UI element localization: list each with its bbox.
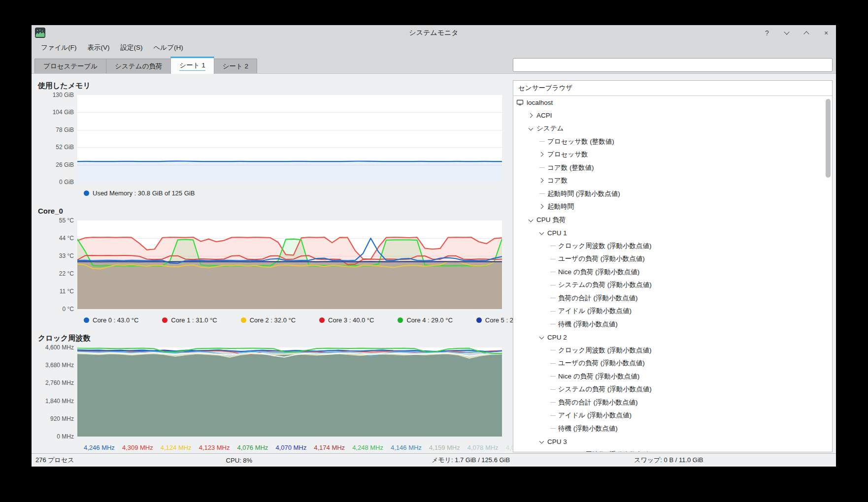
tab-bar: プロセステーブルシステムの負荷シート 1シート 2 bbox=[34, 57, 257, 73]
legend-item: 4,159 MHz bbox=[429, 444, 460, 451]
tree-item[interactable]: ACPI bbox=[514, 109, 824, 123]
panel-scrollbar[interactable] bbox=[826, 97, 831, 450]
tree-item[interactable]: アイドル (浮動小数点値) bbox=[514, 409, 824, 422]
chart-title: クロック周波数 bbox=[38, 334, 507, 343]
tree-item[interactable]: localhost bbox=[514, 96, 824, 109]
legend-dot-icon bbox=[319, 317, 325, 323]
clock-frequency-chart: クロック周波数 4,600 MHz3,680 MHz2,760 MHz1,840… bbox=[38, 334, 507, 452]
y-axis-tick: 0 MHz bbox=[57, 433, 74, 440]
legend-label: Core 2 : 32.0 °C bbox=[250, 316, 296, 324]
sensor-browser-column: センサーブラウザ localhostACPIシステムプロセッサ数 (整数値)プロ… bbox=[507, 74, 836, 453]
tree-item[interactable]: アイドル (浮動小数点値) bbox=[514, 305, 824, 318]
y-axis-tick: 26 GiB bbox=[56, 161, 74, 168]
tab-process-table[interactable]: プロセステーブル bbox=[34, 59, 106, 73]
tree-item[interactable]: プロセッサ数 (整数値) bbox=[514, 135, 824, 149]
maximize-button[interactable] bbox=[802, 29, 810, 37]
tree-item[interactable]: システムの負荷 (浮動小数点値) bbox=[514, 383, 824, 396]
tree-item-label: Nice の負荷 (浮動小数点値) bbox=[558, 372, 639, 381]
chevron-right-icon[interactable] bbox=[538, 177, 546, 185]
tree-branch-line bbox=[539, 193, 545, 194]
tree-item[interactable]: ユーザの負荷 (浮動小数点値) bbox=[514, 357, 824, 370]
y-axis-tick: 130 GiB bbox=[53, 92, 74, 98]
menu-item-help[interactable]: ヘルプ(H) bbox=[148, 41, 189, 54]
tree-item[interactable]: コア数 bbox=[514, 174, 824, 188]
chevron-down-icon[interactable] bbox=[538, 438, 546, 445]
chart-title: Core_0 bbox=[38, 207, 507, 216]
chevron-right-icon[interactable] bbox=[527, 112, 535, 120]
close-button[interactable]: × bbox=[822, 29, 830, 37]
tree-item[interactable]: Nice の負荷 (浮動小数点値) bbox=[514, 370, 824, 383]
chevron-down-icon[interactable] bbox=[538, 333, 546, 341]
tree-branch-line bbox=[550, 389, 556, 390]
tree-item[interactable]: CPU 1 bbox=[514, 226, 824, 240]
sensor-browser-header: センサーブラウザ bbox=[513, 81, 832, 96]
tree-item[interactable]: クロック周波数 (浮動小数点値) bbox=[514, 240, 824, 253]
screen: システムモニタ ?× ファイル(F)表示(V)設定(S)ヘルプ(H) プロセステ… bbox=[0, 0, 868, 502]
chevron-right-icon[interactable] bbox=[538, 203, 546, 211]
legend-dot-icon bbox=[241, 317, 246, 323]
tree-branch-line bbox=[550, 285, 556, 285]
legend-dot-icon bbox=[84, 190, 89, 196]
tree-branch-line bbox=[550, 246, 556, 246]
legend-dot-icon bbox=[84, 317, 89, 323]
tree-item-label: システム bbox=[536, 124, 564, 133]
tree-item-label: Nice の負荷 (浮動小数点値) bbox=[558, 268, 639, 277]
menu-item-settings[interactable]: 設定(S) bbox=[115, 41, 148, 54]
legend-item: 4,124 MHz bbox=[161, 444, 192, 451]
status-memory: メモリ: 1.7 GiB / 125.6 GiB bbox=[432, 456, 510, 465]
tree-item-label: クロック周波数 (浮動小数点値) bbox=[558, 450, 652, 452]
plot-area bbox=[77, 220, 502, 309]
minimize-button[interactable] bbox=[783, 29, 791, 37]
tree-item-label: CPU 負荷 bbox=[536, 216, 566, 224]
sensor-search-input[interactable] bbox=[513, 58, 833, 72]
y-axis-tick: 78 GiB bbox=[56, 126, 74, 133]
tree-item[interactable]: 負荷の合計 (浮動小数点値) bbox=[514, 396, 824, 409]
tree-item[interactable]: クロック周波数 (浮動小数点値) bbox=[514, 448, 824, 452]
y-axis-tick: 104 GiB bbox=[53, 109, 74, 116]
tree-item[interactable]: 待機 (浮動小数点値) bbox=[514, 422, 824, 436]
tab-system-load[interactable]: システムの負荷 bbox=[106, 59, 171, 73]
tree-item[interactable]: クロック周波数 (浮動小数点値) bbox=[514, 344, 824, 357]
tree-item[interactable]: CPU 3 bbox=[514, 435, 824, 448]
tree-item[interactable]: CPU 負荷 bbox=[514, 214, 824, 227]
scrollbar-thumb[interactable] bbox=[826, 99, 831, 178]
legend-label: Used Memory : 30.8 GiB of 125 GiB bbox=[93, 189, 195, 197]
title-bar: システムモニタ ?× bbox=[32, 25, 836, 40]
tree-item[interactable]: CPU 2 bbox=[514, 331, 824, 344]
tree-branch-line bbox=[550, 363, 556, 364]
content-area: 使用したメモリ 130 GiB104 GiB78 GiB52 GiB26 GiB… bbox=[32, 74, 836, 453]
tree-item[interactable]: システムの負荷 (浮動小数点値) bbox=[514, 279, 824, 292]
tree-item[interactable]: 起動時間 (浮動小数点値) bbox=[514, 188, 824, 201]
tree-item[interactable]: Nice の負荷 (浮動小数点値) bbox=[514, 266, 824, 279]
y-axis-tick: 4,600 MHz bbox=[45, 344, 74, 351]
chevron-down-icon[interactable] bbox=[538, 229, 546, 237]
tree-item-label: プロセッサ数 (整数値) bbox=[547, 137, 614, 146]
tree-item[interactable]: ユーザの負荷 (浮動小数点値) bbox=[514, 252, 824, 266]
tree-item-label: クロック周波数 (浮動小数点値) bbox=[558, 346, 652, 355]
sensor-browser-panel: センサーブラウザ localhostACPIシステムプロセッサ数 (整数値)プロ… bbox=[513, 80, 833, 452]
legend-dot-icon bbox=[162, 317, 167, 323]
menu-item-file[interactable]: ファイル(F) bbox=[35, 41, 82, 54]
tab-sheet-1[interactable]: シート 1 bbox=[170, 57, 214, 74]
tree-branch-line bbox=[550, 324, 556, 324]
tree-item-label: 負荷の合計 (浮動小数点値) bbox=[558, 398, 638, 407]
menu-item-view[interactable]: 表示(V) bbox=[82, 41, 115, 54]
tree-item[interactable]: システム bbox=[514, 122, 824, 135]
legend-dot-icon bbox=[476, 317, 482, 323]
legend-item: Core 0 : 43.0 °C bbox=[84, 316, 138, 324]
y-axis-tick: 52 GiB bbox=[56, 144, 74, 151]
help-button[interactable]: ? bbox=[763, 29, 771, 37]
tree-item[interactable]: プロセッサ数 bbox=[514, 148, 824, 161]
chevron-down-icon[interactable] bbox=[527, 125, 535, 132]
tree-item[interactable]: 起動時間 bbox=[514, 200, 824, 214]
tree-item[interactable]: コア数 (整数値) bbox=[514, 161, 824, 175]
chevron-down-icon[interactable] bbox=[527, 216, 535, 224]
tree-branch-line bbox=[550, 259, 556, 259]
tree-item-label: ユーザの負荷 (浮動小数点値) bbox=[558, 254, 645, 263]
tree-item-label: プロセッサ数 bbox=[547, 150, 588, 159]
tab-sheet-2[interactable]: シート 2 bbox=[214, 59, 257, 73]
tree-item[interactable]: 負荷の合計 (浮動小数点値) bbox=[514, 292, 824, 305]
tree-item[interactable]: 待機 (浮動小数点値) bbox=[514, 318, 824, 331]
chevron-right-icon[interactable] bbox=[538, 151, 546, 158]
tree-item-label: アイドル (浮動小数点値) bbox=[558, 307, 632, 315]
